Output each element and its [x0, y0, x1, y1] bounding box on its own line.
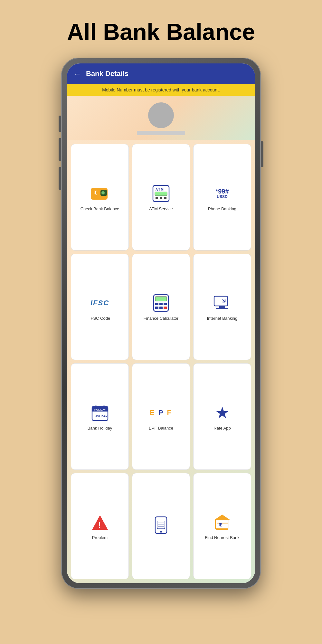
svg-rect-18	[214, 296, 228, 306]
epf-icon: E P F	[150, 403, 172, 422]
back-button[interactable]: ←	[73, 69, 81, 78]
svg-rect-13	[159, 303, 163, 305]
svg-text:₹: ₹	[93, 190, 97, 196]
app-bar-title: Bank Details	[86, 70, 128, 78]
svg-rect-43	[216, 528, 228, 530]
phone-outer: ← Bank Details Mobile Number must be reg…	[61, 58, 261, 589]
svg-rect-17	[164, 307, 167, 309]
service-card-bank-holiday[interactable]: HOLIDAY HOLIDAY Bank Holiday	[71, 363, 129, 470]
svg-rect-11	[155, 297, 167, 301]
svg-point-38	[160, 531, 162, 533]
service-label-internet-banking: Internet Banking	[207, 316, 238, 321]
internet-banking-icon	[213, 293, 232, 313]
service-label-atm-service: ATM Service	[149, 206, 173, 212]
services-grid: ₹ Check Bank Balance ATM	[67, 140, 255, 583]
svg-rect-7	[156, 197, 158, 199]
service-label-bank-holiday: Bank Holiday	[88, 426, 112, 431]
avatar	[148, 102, 174, 128]
service-label-find-nearest-bank: Find Nearest Bank	[205, 535, 240, 541]
service-card-rate-app[interactable]: ★ Rate App	[193, 363, 251, 470]
wallet-icon: ₹	[90, 184, 109, 203]
svg-text:₹: ₹	[219, 523, 222, 528]
bank-building-icon: ₹	[213, 513, 232, 532]
service-card-check-bank-balance[interactable]: ₹ Check Bank Balance	[71, 144, 129, 251]
profile-section	[67, 96, 255, 140]
vol-btn-3	[59, 167, 61, 190]
warning-banner: Mobile Number must be registered with yo…	[67, 84, 255, 96]
svg-text:ATM: ATM	[156, 188, 164, 191]
svg-text:!: !	[98, 520, 101, 530]
ifsc-icon: IFSC	[90, 293, 109, 313]
calculator-icon	[153, 293, 169, 313]
svg-marker-39	[214, 515, 230, 520]
ussd-sub: USSD	[217, 194, 227, 199]
service-card-fingerprint[interactable]	[132, 473, 190, 580]
service-card-problem[interactable]: ! Problem	[71, 473, 129, 580]
bank-holiday-icon: HOLIDAY HOLIDAY	[91, 403, 109, 422]
svg-rect-14	[164, 303, 167, 305]
service-label-check-bank-balance: Check Bank Balance	[80, 206, 119, 212]
svg-rect-16	[159, 307, 163, 309]
service-label-finance-calculator: Finance Calculator	[144, 316, 178, 321]
service-card-finance-calculator[interactable]: Finance Calculator	[132, 254, 190, 360]
svg-rect-12	[155, 303, 158, 305]
ussd-code: *99#	[215, 188, 229, 194]
fingerprint-icon	[153, 516, 169, 535]
svg-rect-8	[160, 197, 162, 199]
service-label-rate-app: Rate App	[213, 426, 231, 431]
problem-icon: !	[91, 513, 109, 532]
vol-btn-1	[59, 116, 61, 132]
power-btn	[261, 141, 263, 167]
rate-app-icon: ★	[215, 403, 230, 422]
svg-point-2	[101, 191, 105, 194]
ussd-icon: *99# USSD	[215, 184, 229, 203]
svg-rect-6	[155, 192, 167, 196]
atm-icon: ATM	[152, 184, 170, 203]
service-label-problem: Problem	[92, 535, 108, 541]
service-card-internet-banking[interactable]: Internet Banking	[193, 254, 251, 360]
vol-btn-2	[59, 138, 61, 161]
service-card-atm-service[interactable]: ATM ATM Service	[132, 144, 190, 251]
service-label-phone-banking: Phone Banking	[208, 206, 236, 212]
svg-text:HOLIDAY: HOLIDAY	[94, 408, 106, 411]
svg-rect-9	[164, 197, 166, 199]
svg-rect-15	[155, 307, 158, 309]
app-bar: ← Bank Details	[67, 63, 255, 84]
svg-rect-20	[216, 308, 228, 309]
service-card-find-nearest-bank[interactable]: ₹ Find Nearest Bank	[193, 473, 251, 580]
phone-screen: ← Bank Details Mobile Number must be reg…	[67, 63, 255, 583]
svg-rect-40	[215, 520, 229, 529]
service-label-ifsc-code: IFSC Code	[90, 316, 110, 321]
service-label-epf-balance: EPF Balance	[149, 426, 173, 431]
phone-wrapper: ← Bank Details Mobile Number must be reg…	[61, 58, 261, 589]
page-title: All Bank Balance	[67, 19, 255, 45]
svg-text:HOLIDAY: HOLIDAY	[95, 415, 108, 418]
service-card-epf-balance[interactable]: E P F EPF Balance	[132, 363, 190, 470]
profile-name-bar	[137, 131, 185, 135]
service-card-ifsc-code[interactable]: IFSC IFSC Code	[71, 254, 129, 360]
service-card-phone-banking[interactable]: *99# USSD Phone Banking	[193, 144, 251, 251]
